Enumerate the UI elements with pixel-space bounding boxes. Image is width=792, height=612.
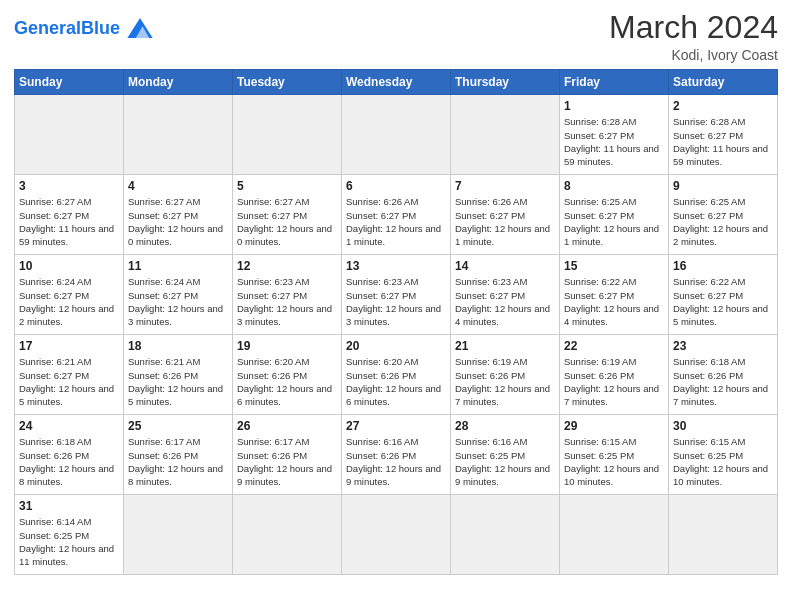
calendar-day-cell: 25Sunrise: 6:17 AM Sunset: 6:26 PM Dayli… — [124, 415, 233, 495]
logo-normal: General — [14, 18, 81, 38]
calendar-week-row: 10Sunrise: 6:24 AM Sunset: 6:27 PM Dayli… — [15, 255, 778, 335]
day-number: 23 — [673, 338, 773, 354]
calendar-day-cell: 5Sunrise: 6:27 AM Sunset: 6:27 PM Daylig… — [233, 175, 342, 255]
day-info: Sunrise: 6:21 AM Sunset: 6:27 PM Dayligh… — [19, 355, 119, 408]
day-number: 18 — [128, 338, 228, 354]
day-info: Sunrise: 6:24 AM Sunset: 6:27 PM Dayligh… — [128, 275, 228, 328]
day-info: Sunrise: 6:26 AM Sunset: 6:27 PM Dayligh… — [346, 195, 446, 248]
calendar-week-row: 1Sunrise: 6:28 AM Sunset: 6:27 PM Daylig… — [15, 95, 778, 175]
day-number: 4 — [128, 178, 228, 194]
calendar-day-cell — [124, 95, 233, 175]
calendar-day-cell: 3Sunrise: 6:27 AM Sunset: 6:27 PM Daylig… — [15, 175, 124, 255]
day-number: 22 — [564, 338, 664, 354]
logo-text: GeneralBlue — [14, 19, 120, 37]
calendar-day-cell — [669, 495, 778, 575]
calendar-day-cell: 23Sunrise: 6:18 AM Sunset: 6:26 PM Dayli… — [669, 335, 778, 415]
weekday-header-tuesday: Tuesday — [233, 70, 342, 95]
logo: GeneralBlue — [14, 14, 156, 42]
calendar-week-row: 31Sunrise: 6:14 AM Sunset: 6:25 PM Dayli… — [15, 495, 778, 575]
day-info: Sunrise: 6:27 AM Sunset: 6:27 PM Dayligh… — [19, 195, 119, 248]
calendar-day-cell: 24Sunrise: 6:18 AM Sunset: 6:26 PM Dayli… — [15, 415, 124, 495]
calendar-day-cell: 14Sunrise: 6:23 AM Sunset: 6:27 PM Dayli… — [451, 255, 560, 335]
day-number: 9 — [673, 178, 773, 194]
calendar-day-cell — [560, 495, 669, 575]
calendar-day-cell: 6Sunrise: 6:26 AM Sunset: 6:27 PM Daylig… — [342, 175, 451, 255]
day-number: 5 — [237, 178, 337, 194]
day-number: 19 — [237, 338, 337, 354]
day-info: Sunrise: 6:23 AM Sunset: 6:27 PM Dayligh… — [237, 275, 337, 328]
day-number: 12 — [237, 258, 337, 274]
weekday-header-friday: Friday — [560, 70, 669, 95]
day-info: Sunrise: 6:17 AM Sunset: 6:26 PM Dayligh… — [128, 435, 228, 488]
calendar-day-cell: 9Sunrise: 6:25 AM Sunset: 6:27 PM Daylig… — [669, 175, 778, 255]
day-info: Sunrise: 6:28 AM Sunset: 6:27 PM Dayligh… — [673, 115, 773, 168]
day-number: 7 — [455, 178, 555, 194]
day-number: 17 — [19, 338, 119, 354]
calendar-day-cell: 18Sunrise: 6:21 AM Sunset: 6:26 PM Dayli… — [124, 335, 233, 415]
calendar-day-cell: 22Sunrise: 6:19 AM Sunset: 6:26 PM Dayli… — [560, 335, 669, 415]
calendar-day-cell: 30Sunrise: 6:15 AM Sunset: 6:25 PM Dayli… — [669, 415, 778, 495]
calendar-day-cell: 8Sunrise: 6:25 AM Sunset: 6:27 PM Daylig… — [560, 175, 669, 255]
calendar-day-cell: 12Sunrise: 6:23 AM Sunset: 6:27 PM Dayli… — [233, 255, 342, 335]
weekday-header-sunday: Sunday — [15, 70, 124, 95]
calendar-day-cell: 7Sunrise: 6:26 AM Sunset: 6:27 PM Daylig… — [451, 175, 560, 255]
calendar-day-cell: 2Sunrise: 6:28 AM Sunset: 6:27 PM Daylig… — [669, 95, 778, 175]
day-info: Sunrise: 6:23 AM Sunset: 6:27 PM Dayligh… — [455, 275, 555, 328]
calendar-day-cell: 10Sunrise: 6:24 AM Sunset: 6:27 PM Dayli… — [15, 255, 124, 335]
day-number: 8 — [564, 178, 664, 194]
calendar-day-cell: 1Sunrise: 6:28 AM Sunset: 6:27 PM Daylig… — [560, 95, 669, 175]
day-number: 3 — [19, 178, 119, 194]
day-number: 1 — [564, 98, 664, 114]
day-info: Sunrise: 6:15 AM Sunset: 6:25 PM Dayligh… — [673, 435, 773, 488]
title-block: March 2024 Kodi, Ivory Coast — [609, 10, 778, 63]
weekday-header-monday: Monday — [124, 70, 233, 95]
calendar-day-cell — [15, 95, 124, 175]
day-info: Sunrise: 6:18 AM Sunset: 6:26 PM Dayligh… — [673, 355, 773, 408]
day-number: 26 — [237, 418, 337, 434]
calendar-day-cell: 31Sunrise: 6:14 AM Sunset: 6:25 PM Dayli… — [15, 495, 124, 575]
weekday-header-wednesday: Wednesday — [342, 70, 451, 95]
calendar-day-cell: 15Sunrise: 6:22 AM Sunset: 6:27 PM Dayli… — [560, 255, 669, 335]
calendar-day-cell — [451, 495, 560, 575]
day-number: 27 — [346, 418, 446, 434]
day-info: Sunrise: 6:27 AM Sunset: 6:27 PM Dayligh… — [128, 195, 228, 248]
weekday-header-thursday: Thursday — [451, 70, 560, 95]
day-number: 2 — [673, 98, 773, 114]
day-info: Sunrise: 6:14 AM Sunset: 6:25 PM Dayligh… — [19, 515, 119, 568]
day-info: Sunrise: 6:19 AM Sunset: 6:26 PM Dayligh… — [455, 355, 555, 408]
calendar-day-cell — [233, 495, 342, 575]
weekday-header-saturday: Saturday — [669, 70, 778, 95]
calendar-day-cell: 26Sunrise: 6:17 AM Sunset: 6:26 PM Dayli… — [233, 415, 342, 495]
day-number: 15 — [564, 258, 664, 274]
day-info: Sunrise: 6:25 AM Sunset: 6:27 PM Dayligh… — [564, 195, 664, 248]
page: GeneralBlue March 2024 Kodi, Ivory Coast… — [0, 0, 792, 612]
day-info: Sunrise: 6:22 AM Sunset: 6:27 PM Dayligh… — [673, 275, 773, 328]
weekday-header-row: SundayMondayTuesdayWednesdayThursdayFrid… — [15, 70, 778, 95]
calendar-day-cell: 13Sunrise: 6:23 AM Sunset: 6:27 PM Dayli… — [342, 255, 451, 335]
calendar-day-cell: 29Sunrise: 6:15 AM Sunset: 6:25 PM Dayli… — [560, 415, 669, 495]
day-info: Sunrise: 6:16 AM Sunset: 6:26 PM Dayligh… — [346, 435, 446, 488]
calendar-day-cell: 16Sunrise: 6:22 AM Sunset: 6:27 PM Dayli… — [669, 255, 778, 335]
day-number: 11 — [128, 258, 228, 274]
day-info: Sunrise: 6:23 AM Sunset: 6:27 PM Dayligh… — [346, 275, 446, 328]
day-info: Sunrise: 6:17 AM Sunset: 6:26 PM Dayligh… — [237, 435, 337, 488]
day-number: 29 — [564, 418, 664, 434]
day-info: Sunrise: 6:28 AM Sunset: 6:27 PM Dayligh… — [564, 115, 664, 168]
day-info: Sunrise: 6:15 AM Sunset: 6:25 PM Dayligh… — [564, 435, 664, 488]
header: GeneralBlue March 2024 Kodi, Ivory Coast — [14, 10, 778, 63]
day-info: Sunrise: 6:26 AM Sunset: 6:27 PM Dayligh… — [455, 195, 555, 248]
day-number: 6 — [346, 178, 446, 194]
calendar-week-row: 3Sunrise: 6:27 AM Sunset: 6:27 PM Daylig… — [15, 175, 778, 255]
calendar-day-cell: 20Sunrise: 6:20 AM Sunset: 6:26 PM Dayli… — [342, 335, 451, 415]
day-number: 28 — [455, 418, 555, 434]
day-number: 30 — [673, 418, 773, 434]
day-number: 24 — [19, 418, 119, 434]
day-info: Sunrise: 6:24 AM Sunset: 6:27 PM Dayligh… — [19, 275, 119, 328]
day-info: Sunrise: 6:20 AM Sunset: 6:26 PM Dayligh… — [237, 355, 337, 408]
calendar-day-cell: 4Sunrise: 6:27 AM Sunset: 6:27 PM Daylig… — [124, 175, 233, 255]
calendar-day-cell: 17Sunrise: 6:21 AM Sunset: 6:27 PM Dayli… — [15, 335, 124, 415]
calendar-day-cell: 19Sunrise: 6:20 AM Sunset: 6:26 PM Dayli… — [233, 335, 342, 415]
calendar-day-cell: 27Sunrise: 6:16 AM Sunset: 6:26 PM Dayli… — [342, 415, 451, 495]
day-number: 31 — [19, 498, 119, 514]
location-subtitle: Kodi, Ivory Coast — [609, 47, 778, 63]
